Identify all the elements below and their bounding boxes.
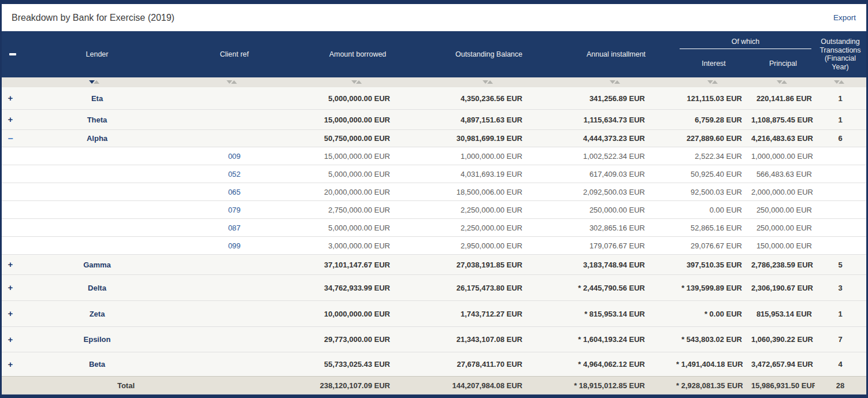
export-button[interactable]: Export: [833, 13, 856, 22]
principal-value: 3,472,657.94 EUR: [751, 360, 815, 369]
outstanding-balance-value: 30,981,699.19 EUR: [422, 134, 556, 143]
annual-installment-value: * 2,445,790.56 EUR: [556, 284, 676, 292]
transaction-row[interactable]: 009 15,000,000.00 EUR 1,000,000.00 EUR 1…: [2, 147, 866, 165]
expand-toggle-icon[interactable]: +: [2, 283, 19, 292]
client-ref-link[interactable]: 009: [175, 152, 294, 161]
transactions-count: 1: [815, 310, 866, 318]
sort-asc-icon[interactable]: [614, 80, 620, 84]
interest-value: 227,889.60 EUR: [676, 134, 751, 143]
table-body: + Eta 5,000,000.00 EUR 4,350,236.56 EUR …: [2, 87, 866, 376]
expand-toggle-icon[interactable]: +: [2, 360, 19, 369]
total-annual-installment: * 18,915,012.85 EUR: [556, 381, 676, 390]
sort-asc-icon[interactable]: [94, 80, 99, 84]
transaction-row[interactable]: 099 3,000,000.00 EUR 2,950,000.00 EUR 17…: [2, 236, 866, 254]
column-header-principal[interactable]: Principal: [751, 49, 815, 77]
of-which-label: Of which: [676, 31, 815, 49]
annual-installment-value: 4,444,373.23 EUR: [556, 134, 676, 143]
lender-group-row[interactable]: + Delta 34,762,933.99 EUR 26,175,473.80 …: [2, 274, 866, 300]
sort-toggle-icon[interactable]: [89, 80, 99, 84]
client-ref-link[interactable]: 052: [175, 170, 294, 178]
column-header-amount-borrowed[interactable]: Amount borrowed: [294, 31, 422, 77]
total-interest: * 2,928,081.35 EUR: [676, 381, 751, 390]
client-ref-link[interactable]: 087: [175, 224, 294, 232]
interest-value: 2,522.34 EUR: [676, 152, 751, 161]
sort-toggle-icon[interactable]: [483, 80, 493, 84]
amount-borrowed-value: 5,000,000.00 EUR: [294, 224, 422, 232]
annual-installment-value: 1,002,522.34 EUR: [556, 152, 676, 161]
annual-installment-value: 617,409.03 EUR: [556, 170, 676, 178]
sort-toggle-icon[interactable]: [707, 80, 718, 84]
transaction-row[interactable]: 065 20,000,000.00 EUR 18,500,006.00 EUR …: [2, 183, 866, 200]
outstanding-balance-value: 2,250,000.00 EUR: [422, 224, 556, 232]
interest-value: * 543,803.02 EUR: [676, 335, 751, 344]
interest-value: * 1,491,404.18 EUR: [676, 360, 751, 369]
lender-group-row[interactable]: − Alpha 50,750,000.00 EUR 30,981,699.19 …: [2, 129, 866, 147]
lender-group-row[interactable]: + Gamma 37,101,147.67 EUR 27,038,191.85 …: [2, 254, 866, 274]
column-header-interest[interactable]: Interest: [676, 49, 751, 77]
interest-value: 6,759.28 EUR: [676, 116, 751, 124]
annual-installment-value: 2,092,500.03 EUR: [556, 188, 676, 196]
sort-asc-icon[interactable]: [781, 80, 787, 84]
transaction-row[interactable]: 087 5,000,000.00 EUR 2,250,000.00 EUR 30…: [2, 218, 866, 236]
sort-toggle-icon[interactable]: [351, 80, 362, 84]
sort-asc-icon[interactable]: [231, 80, 237, 84]
principal-value: 1,108,875.45 EUR: [751, 116, 815, 124]
interest-value: 92,500.03 EUR: [676, 188, 751, 196]
sort-toggle-icon[interactable]: [227, 80, 237, 84]
outstanding-balance-value: 21,343,107.08 EUR: [422, 335, 556, 344]
transactions-count: 7: [815, 335, 866, 344]
annual-installment-value: 3,183,748.94 EUR: [556, 261, 676, 269]
expand-toggle-icon[interactable]: +: [2, 115, 19, 124]
transaction-row[interactable]: 052 5,000,000.00 EUR 4,031,693.19 EUR 61…: [2, 165, 866, 183]
sort-asc-icon[interactable]: [712, 80, 718, 84]
column-header-lender[interactable]: Lender: [19, 31, 175, 77]
total-transactions: 28: [815, 381, 866, 390]
annual-installment-value: 302,865.16 EUR: [556, 224, 676, 232]
expand-toggle-icon[interactable]: +: [2, 335, 19, 344]
total-principal: 15,986,931.50 EUR: [751, 381, 815, 390]
column-header-outstanding-transactions[interactable]: Outstanding Transactions (Financial Year…: [815, 31, 866, 77]
expand-toggle-icon[interactable]: +: [2, 260, 19, 269]
sort-bar: [2, 77, 866, 87]
lender-name: Epsilon: [19, 335, 175, 344]
amount-borrowed-value: 5,000,000.00 EUR: [294, 170, 422, 178]
sort-asc-icon[interactable]: [356, 80, 362, 84]
collapse-all-icon[interactable]: [9, 53, 16, 55]
lender-group-row[interactable]: + Eta 5,000,000.00 EUR 4,350,236.56 EUR …: [2, 87, 866, 109]
sort-asc-icon[interactable]: [487, 80, 493, 84]
amount-borrowed-value: 15,000,000.00 EUR: [294, 152, 422, 161]
transaction-row[interactable]: 079 2,750,000.00 EUR 2,250,000.00 EUR 25…: [2, 200, 866, 218]
expand-toggle-icon[interactable]: −: [2, 134, 19, 143]
title-bar: Breakdown by Bank for Exercise (2019) Ex…: [2, 4, 866, 31]
amount-borrowed-value: 37,101,147.67 EUR: [294, 261, 422, 269]
sort-toggle-icon[interactable]: [834, 80, 844, 84]
sort-toggle-icon[interactable]: [610, 80, 620, 84]
page-title: Breakdown by Bank for Exercise (2019): [12, 13, 175, 23]
outstanding-balance-value: 26,175,473.80 EUR: [422, 284, 556, 292]
table-header: Lender Client ref Amount borrowed Outsta…: [2, 31, 866, 77]
client-ref-link[interactable]: 065: [175, 188, 294, 196]
column-header-client-ref[interactable]: Client ref: [175, 31, 294, 77]
lender-group-row[interactable]: + Beta 55,733,025.43 EUR 27,678,411.70 E…: [2, 352, 866, 376]
lender-group-row[interactable]: + Zeta 10,000,000.00 EUR 1,743,712.27 EU…: [2, 300, 866, 326]
total-outstanding-balance: 144,207,984.08 EUR: [422, 381, 556, 390]
client-ref-link[interactable]: 099: [175, 241, 294, 250]
expand-toggle-icon[interactable]: +: [2, 309, 19, 318]
interest-value: * 139,599.89 EUR: [676, 284, 751, 292]
header-expand-column: [2, 31, 19, 77]
lender-group-row[interactable]: + Epsilon 29,773,000.00 EUR 21,343,107.0…: [2, 326, 866, 352]
lender-name: Beta: [19, 360, 175, 369]
expand-toggle-icon[interactable]: +: [2, 94, 19, 102]
principal-value: 250,000.00 EUR: [751, 206, 815, 214]
sort-toggle-icon[interactable]: [777, 80, 787, 84]
interest-value: * 0.00 EUR: [676, 310, 751, 318]
column-header-outstanding-balance[interactable]: Outstanding Balance: [422, 31, 556, 77]
column-header-annual-installment[interactable]: Annual installment: [556, 31, 676, 77]
total-row: Total 238,120,107.09 EUR 144,207,984.08 …: [2, 376, 866, 394]
client-ref-link[interactable]: 079: [175, 206, 294, 214]
annual-installment-value: * 4,964,062.12 EUR: [556, 360, 676, 369]
sort-asc-icon[interactable]: [839, 80, 844, 84]
principal-value: 250,000.00 EUR: [751, 224, 815, 232]
outstanding-balance-value: 2,950,000.00 EUR: [422, 241, 556, 250]
lender-group-row[interactable]: + Theta 15,000,000.00 EUR 4,897,151.63 E…: [2, 109, 866, 129]
